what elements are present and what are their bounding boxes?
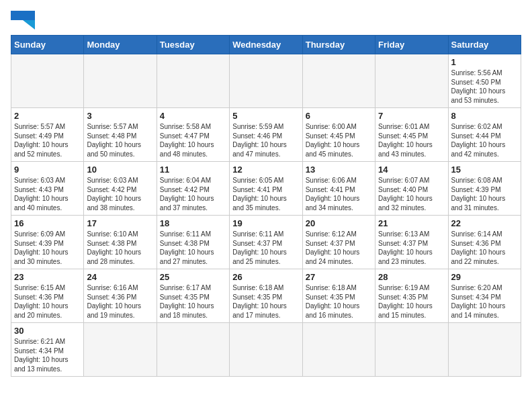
day-number: 25 — [160, 272, 226, 282]
day-info: Sunrise: 6:18 AM Sunset: 4:35 PM Dayligh… — [306, 283, 372, 320]
weekday-friday: Friday — [375, 36, 448, 54]
week-row-2: 9Sunrise: 6:03 AM Sunset: 4:43 PM Daylig… — [11, 162, 521, 216]
day-cell: 27Sunrise: 6:18 AM Sunset: 4:35 PM Dayli… — [302, 269, 375, 323]
weekday-sunday: Sunday — [11, 36, 84, 54]
day-cell: 19Sunrise: 6:11 AM Sunset: 4:37 PM Dayli… — [230, 216, 302, 269]
svg-marker-1 — [23, 20, 35, 30]
svg-rect-2 — [11, 20, 23, 30]
day-cell — [230, 54, 302, 108]
day-cell: 20Sunrise: 6:12 AM Sunset: 4:37 PM Dayli… — [302, 216, 375, 269]
day-cell — [375, 323, 448, 377]
day-cell — [302, 323, 375, 377]
day-cell: 25Sunrise: 6:17 AM Sunset: 4:35 PM Dayli… — [157, 269, 229, 323]
day-number: 18 — [160, 218, 226, 228]
day-number: 2 — [14, 111, 81, 121]
day-cell — [84, 323, 157, 377]
weekday-header-row: SundayMondayTuesdayWednesdayThursdayFrid… — [11, 36, 521, 54]
weekday-tuesday: Tuesday — [157, 36, 229, 54]
day-info: Sunrise: 6:13 AM Sunset: 4:37 PM Dayligh… — [378, 230, 445, 266]
day-cell: 14Sunrise: 6:07 AM Sunset: 4:40 PM Dayli… — [375, 162, 448, 216]
day-info: Sunrise: 6:08 AM Sunset: 4:39 PM Dayligh… — [451, 176, 518, 212]
day-number: 11 — [160, 165, 226, 175]
day-info: Sunrise: 6:11 AM Sunset: 4:37 PM Dayligh… — [232, 230, 299, 266]
day-cell: 17Sunrise: 6:10 AM Sunset: 4:38 PM Dayli… — [84, 216, 157, 269]
day-cell — [448, 323, 521, 377]
day-number: 6 — [306, 111, 372, 121]
day-info: Sunrise: 6:07 AM Sunset: 4:40 PM Dayligh… — [378, 176, 445, 212]
day-cell: 1Sunrise: 5:56 AM Sunset: 4:50 PM Daylig… — [448, 54, 521, 108]
day-info: Sunrise: 6:04 AM Sunset: 4:42 PM Dayligh… — [160, 176, 226, 212]
day-cell: 26Sunrise: 6:18 AM Sunset: 4:35 PM Dayli… — [230, 269, 302, 323]
day-info: Sunrise: 6:03 AM Sunset: 4:42 PM Dayligh… — [87, 176, 153, 212]
day-number: 9 — [14, 165, 81, 175]
week-row-1: 2Sunrise: 5:57 AM Sunset: 4:49 PM Daylig… — [11, 108, 521, 162]
day-number: 10 — [87, 165, 153, 175]
day-cell: 29Sunrise: 6:20 AM Sunset: 4:34 PM Dayli… — [448, 269, 521, 323]
logo-icon — [11, 11, 35, 30]
day-info: Sunrise: 5:58 AM Sunset: 4:47 PM Dayligh… — [160, 122, 226, 158]
day-info: Sunrise: 5:56 AM Sunset: 4:50 PM Dayligh… — [451, 68, 518, 105]
day-info: Sunrise: 6:20 AM Sunset: 4:34 PM Dayligh… — [451, 283, 518, 320]
day-info: Sunrise: 6:03 AM Sunset: 4:43 PM Dayligh… — [14, 176, 81, 212]
day-cell: 6Sunrise: 6:00 AM Sunset: 4:45 PM Daylig… — [302, 108, 375, 162]
day-info: Sunrise: 6:17 AM Sunset: 4:35 PM Dayligh… — [160, 283, 226, 320]
day-info: Sunrise: 6:06 AM Sunset: 4:41 PM Dayligh… — [306, 176, 372, 212]
day-cell: 13Sunrise: 6:06 AM Sunset: 4:41 PM Dayli… — [302, 162, 375, 216]
day-number: 1 — [451, 57, 518, 67]
day-info: Sunrise: 6:05 AM Sunset: 4:41 PM Dayligh… — [232, 176, 299, 212]
day-cell: 9Sunrise: 6:03 AM Sunset: 4:43 PM Daylig… — [11, 162, 84, 216]
day-cell: 16Sunrise: 6:09 AM Sunset: 4:39 PM Dayli… — [11, 216, 84, 269]
day-cell: 12Sunrise: 6:05 AM Sunset: 4:41 PM Dayli… — [230, 162, 302, 216]
svg-rect-0 — [11, 11, 35, 20]
day-number: 19 — [232, 218, 299, 228]
day-number: 13 — [306, 165, 372, 175]
day-info: Sunrise: 6:19 AM Sunset: 4:35 PM Dayligh… — [378, 283, 445, 320]
day-cell: 23Sunrise: 6:15 AM Sunset: 4:36 PM Dayli… — [11, 269, 84, 323]
page-header — [11, 11, 521, 30]
day-info: Sunrise: 6:15 AM Sunset: 4:36 PM Dayligh… — [14, 283, 81, 320]
day-cell: 18Sunrise: 6:11 AM Sunset: 4:38 PM Dayli… — [157, 216, 229, 269]
day-cell — [11, 54, 84, 108]
day-cell: 15Sunrise: 6:08 AM Sunset: 4:39 PM Dayli… — [448, 162, 521, 216]
week-row-5: 30Sunrise: 6:21 AM Sunset: 4:34 PM Dayli… — [11, 323, 521, 377]
day-cell: 11Sunrise: 6:04 AM Sunset: 4:42 PM Dayli… — [157, 162, 229, 216]
day-cell: 4Sunrise: 5:58 AM Sunset: 4:47 PM Daylig… — [157, 108, 229, 162]
day-info: Sunrise: 6:01 AM Sunset: 4:45 PM Dayligh… — [378, 122, 445, 158]
day-info: Sunrise: 6:14 AM Sunset: 4:36 PM Dayligh… — [451, 230, 518, 266]
day-cell: 21Sunrise: 6:13 AM Sunset: 4:37 PM Dayli… — [375, 216, 448, 269]
day-cell: 2Sunrise: 5:57 AM Sunset: 4:49 PM Daylig… — [11, 108, 84, 162]
day-info: Sunrise: 6:21 AM Sunset: 4:34 PM Dayligh… — [14, 337, 81, 373]
day-number: 28 — [378, 272, 445, 282]
day-number: 23 — [14, 272, 81, 282]
day-info: Sunrise: 5:57 AM Sunset: 4:49 PM Dayligh… — [14, 122, 81, 158]
day-number: 16 — [14, 218, 81, 228]
day-number: 8 — [451, 111, 518, 121]
day-info: Sunrise: 6:09 AM Sunset: 4:39 PM Dayligh… — [14, 230, 81, 266]
weekday-saturday: Saturday — [448, 36, 521, 54]
day-cell — [302, 54, 375, 108]
weekday-monday: Monday — [84, 36, 157, 54]
day-number: 4 — [160, 111, 226, 121]
weekday-wednesday: Wednesday — [230, 36, 302, 54]
day-cell: 8Sunrise: 6:02 AM Sunset: 4:44 PM Daylig… — [448, 108, 521, 162]
day-cell — [157, 323, 229, 377]
day-info: Sunrise: 6:11 AM Sunset: 4:38 PM Dayligh… — [160, 230, 226, 266]
day-info: Sunrise: 6:12 AM Sunset: 4:37 PM Dayligh… — [306, 230, 372, 266]
day-number: 12 — [232, 165, 299, 175]
day-number: 5 — [232, 111, 299, 121]
week-row-4: 23Sunrise: 6:15 AM Sunset: 4:36 PM Dayli… — [11, 269, 521, 323]
day-cell: 24Sunrise: 6:16 AM Sunset: 4:36 PM Dayli… — [84, 269, 157, 323]
day-number: 7 — [378, 111, 445, 121]
day-cell: 28Sunrise: 6:19 AM Sunset: 4:35 PM Dayli… — [375, 269, 448, 323]
calendar-table: SundayMondayTuesdayWednesdayThursdayFrid… — [11, 35, 521, 377]
day-number: 21 — [378, 218, 445, 228]
day-number: 26 — [232, 272, 299, 282]
day-info: Sunrise: 6:10 AM Sunset: 4:38 PM Dayligh… — [87, 230, 153, 266]
day-cell — [157, 54, 229, 108]
day-number: 3 — [87, 111, 153, 121]
day-info: Sunrise: 6:02 AM Sunset: 4:44 PM Dayligh… — [451, 122, 518, 158]
day-cell: 22Sunrise: 6:14 AM Sunset: 4:36 PM Dayli… — [448, 216, 521, 269]
logo — [11, 11, 38, 30]
day-number: 29 — [451, 272, 518, 282]
week-row-3: 16Sunrise: 6:09 AM Sunset: 4:39 PM Dayli… — [11, 216, 521, 269]
